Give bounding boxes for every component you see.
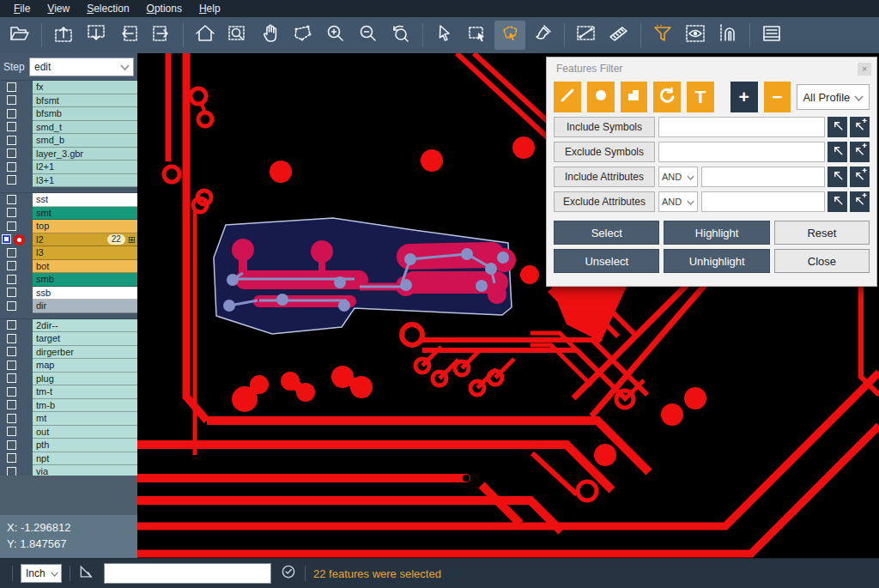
layer-row-fx[interactable]: fx [0,81,137,94]
shift-up-button[interactable] [48,21,79,50]
layer-row-2dir--[interactable]: 2dir-- [0,319,137,333]
layer-row-pth[interactable]: pth [0,439,137,452]
layer-color-bar[interactable]: pth [33,439,137,452]
layer-row-smt[interactable]: smt [0,207,137,221]
open-folder-button[interactable] [4,21,35,50]
layer-row-bfsmb[interactable]: bfsmb [0,107,137,121]
menu-selection[interactable]: Selection [78,1,137,16]
layer-row-layer_3.gbr[interactable]: layer_3.gbr [0,148,137,161]
layer-color-bar[interactable]: ssb [33,287,137,300]
measure-distance-button[interactable] [571,21,602,50]
layer-color-bar[interactable]: sst [33,193,137,207]
include-attributes-input[interactable] [701,167,825,187]
select-polygon-button[interactable] [494,21,525,50]
layer-row-npt[interactable]: npt [0,452,137,466]
layer-color-bar[interactable]: tm-b [33,399,137,413]
layer-row-mt[interactable]: mt [0,412,137,426]
include-symbols-input[interactable] [658,117,825,137]
layer-row-smd_b[interactable]: smd_b [0,134,137,148]
exclude-attributes-input[interactable] [701,191,825,212]
zoom-previous-button[interactable] [385,21,416,50]
layer-color-bar[interactable]: l3 [33,246,137,260]
layer-visibility-checkbox[interactable] [7,109,16,118]
pick-symbol-button[interactable] [827,142,847,162]
layer-visibility-checkbox[interactable] [7,82,16,92]
dialog-close-button[interactable]: × [858,63,871,76]
layer-visibility-checkbox[interactable] [7,149,16,158]
layer-visibility-checkbox[interactable] [7,453,16,463]
zoom-out-button[interactable] [353,21,384,50]
layer-row-tm-t[interactable]: tm-t [0,385,137,399]
shift-down-button[interactable] [81,21,112,50]
surface-feature-button[interactable] [621,82,648,112]
layer-color-bar[interactable]: map [33,359,137,373]
layer-row-plug[interactable]: plug [0,373,137,386]
layer-visibility-checkbox[interactable] [7,261,16,270]
layer-row-out[interactable]: out [0,426,137,439]
layer-color-bar[interactable]: bfsmb [33,107,137,121]
layer-visibility-checkbox[interactable] [7,373,16,383]
layer-row-dir[interactable]: dir [0,300,137,313]
layer-visibility-checkbox[interactable] [7,467,16,476]
layer-color-bar[interactable]: top [33,220,137,233]
layer-visibility-checkbox[interactable] [7,400,16,409]
layer-visibility-checkbox[interactable] [7,361,16,370]
layer-visibility-checkbox[interactable] [7,440,16,450]
pick-attribute-button[interactable] [827,167,847,187]
include-attributes-button[interactable]: Include Attributes [554,167,655,187]
menu-view[interactable]: View [39,1,78,16]
layer-visibility-checkbox[interactable] [7,288,16,297]
pad-feature-button[interactable] [587,82,615,112]
close-button[interactable]: Close [774,249,870,273]
shift-right-button[interactable] [146,21,177,50]
highlight-button[interactable]: Highlight [664,221,769,245]
select-rectangle-button[interactable] [462,21,493,50]
profile-select[interactable]: All Profile [797,84,870,110]
home-view-button[interactable] [190,21,221,50]
view-options-button[interactable] [680,21,711,50]
layer-color-bar[interactable]: smd_b [33,134,137,148]
layer-visibility-checkbox[interactable] [7,208,16,217]
zoom-in-button[interactable] [320,21,351,50]
layer-visibility-checkbox[interactable] [7,95,16,105]
layer-visibility-checkbox[interactable] [7,195,16,204]
zoom-polygon-button[interactable] [288,21,318,50]
pick-add-symbol-button[interactable] [850,117,870,137]
clear-brush-button[interactable] [527,21,558,50]
layer-color-bar[interactable]: smt [33,207,137,221]
dialog-title-bar[interactable]: Features Filter × [547,58,876,80]
remove-filter-button[interactable]: − [764,82,791,112]
include-symbols-button[interactable]: Include Symbols [554,117,655,137]
layer-row-bfsmt[interactable]: bfsmt [0,94,137,108]
layer-row-bot[interactable]: bot [0,260,137,274]
layers-panel-button[interactable] [756,21,787,50]
layer-color-bar[interactable]: dir [33,300,137,313]
unit-select[interactable]: Inch [21,564,62,583]
layer-visibility-checkbox[interactable] [7,248,16,258]
shift-left-button[interactable] [113,21,144,50]
pick-symbol-button[interactable] [827,117,847,137]
layer-color-bar[interactable]: layer_3.gbr [33,148,137,161]
layer-visibility-checkbox[interactable] [7,175,16,185]
grid-icon[interactable]: ⊞ [128,234,136,245]
layer-row-smb[interactable]: smb [0,273,137,287]
select-button[interactable]: Select [554,221,659,245]
layer-row-sst[interactable]: sst [0,193,137,207]
pan-hand-button[interactable] [255,21,286,50]
include-attributes-logic-select[interactable]: AND [658,167,698,187]
add-filter-button[interactable]: + [730,82,758,112]
layer-color-bar[interactable]: smb [33,273,137,287]
layer-color-bar[interactable]: smd_t [33,121,137,135]
unhighlight-button[interactable]: Unhighlight [664,249,769,273]
zoom-window-button[interactable] [222,21,253,50]
menu-options[interactable]: Options [138,1,191,16]
layer-row-map[interactable]: map [0,359,137,373]
sync-check-icon[interactable] [280,563,297,584]
layer-visibility-checkbox[interactable] [7,136,16,145]
layer-color-bar[interactable]: target [33,332,137,346]
exclude-symbols-button[interactable]: Exclude Symbols [554,142,655,162]
layer-color-bar[interactable]: 2dir-- [33,319,137,333]
layer-visibility-checkbox[interactable] [7,122,16,131]
layer-row-l3+1[interactable]: l3+1 [0,174,137,188]
features-filter-button[interactable] [647,21,678,50]
